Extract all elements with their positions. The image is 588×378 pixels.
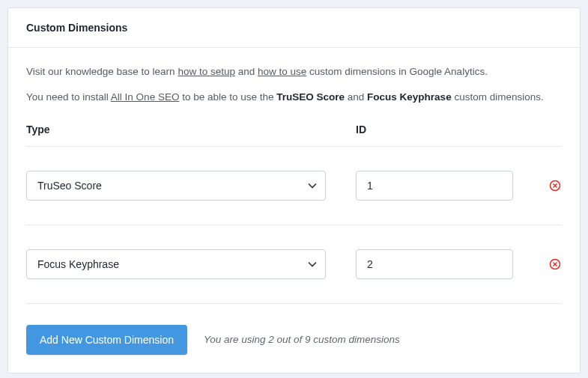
remove-icon	[549, 258, 561, 270]
link-how-to-setup[interactable]: how to setup	[178, 66, 235, 77]
column-header-id: ID	[326, 124, 562, 135]
remove-button[interactable]	[548, 257, 562, 271]
remove-button[interactable]	[548, 179, 562, 192]
type-select-wrap: Focus Keyphrase	[26, 249, 326, 279]
add-dimension-button[interactable]: Add New Custom Dimension	[26, 325, 187, 355]
install-note: You need to install All In One SEO to be…	[26, 90, 562, 105]
link-how-to-use[interactable]: how to use	[258, 66, 306, 77]
id-input[interactable]	[356, 249, 513, 279]
id-cell	[326, 171, 562, 201]
intro-part2: and	[235, 66, 258, 77]
install-part4: custom dimensions.	[452, 91, 544, 103]
install-part1: You need to install	[26, 91, 111, 103]
footer-row: Add New Custom Dimension You are using 2…	[26, 304, 562, 355]
column-header-type: Type	[26, 124, 326, 135]
table-header: Type ID	[26, 116, 562, 147]
id-input[interactable]	[356, 171, 513, 201]
intro-part1: Visit our knowledge base to learn	[26, 66, 178, 77]
panel-header: Custom Dimensions	[8, 8, 580, 48]
type-select[interactable]: Focus Keyphrase	[26, 249, 326, 279]
usage-text: You are using 2 out of 9 custom dimensio…	[204, 334, 400, 345]
install-bold2: Focus Keyphrase	[367, 91, 452, 103]
intro-part3: custom dimensions in Google Analytics.	[306, 66, 488, 77]
install-part3: and	[345, 91, 367, 103]
link-aioseo[interactable]: All In One SEO	[111, 91, 180, 103]
remove-icon	[549, 180, 561, 192]
custom-dimensions-panel: Custom Dimensions Visit our knowledge ba…	[7, 7, 581, 374]
id-cell	[326, 249, 562, 279]
table-row: Focus Keyphrase	[26, 225, 562, 304]
install-bold1: TruSEO Score	[276, 91, 345, 103]
panel-body: Visit our knowledge base to learn how to…	[8, 48, 580, 373]
install-part2: to be able to use the	[179, 91, 276, 103]
intro-text: Visit our knowledge base to learn how to…	[26, 64, 562, 79]
type-select[interactable]: TruSeo Score	[26, 171, 326, 201]
panel-title: Custom Dimensions	[26, 22, 562, 34]
table-row: TruSeo Score	[26, 147, 562, 225]
type-select-wrap: TruSeo Score	[26, 171, 326, 201]
